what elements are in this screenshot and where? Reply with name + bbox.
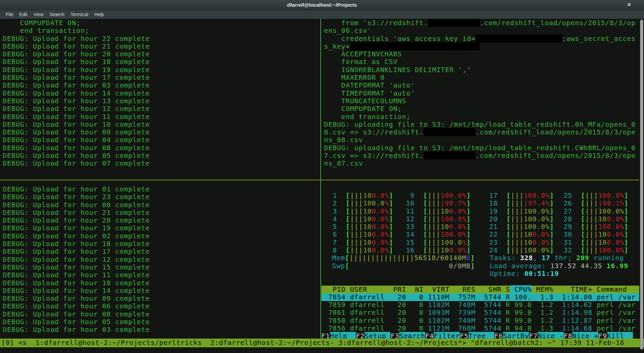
log-line: DEBUG: Upload for hour 04 complete [3,136,318,144]
process-row[interactable]: 7861 dfarrell 20 0 1093M 739M 5744 R 99.… [321,309,639,316]
log-line: DEBUG: Upload for hour 03 complete [3,81,318,89]
log-line: DEBUG: Upload for hour 03 complete [3,326,318,334]
log-line: DEBUG: Upload for hour 17 complete [3,248,318,255]
log-line: DEBUG: uploading file to S3: /mnt/tmp/lo… [324,121,639,128]
log-line: end transaction; [3,27,318,35]
cpu-meter-core-6: 6 [|||100.0%] [328,231,393,238]
menu-item-terminal[interactable]: Terminal [67,11,91,18]
log-line: DEBUG: Upload for hour 22 complete [3,35,318,43]
log-line: DEBUG: Upload for hour 15 complete [3,263,318,271]
log-line: DEBUG: uploading file to S3: /mnt/tmp/lo… [324,144,639,152]
process-row[interactable]: 7858 dfarrell 20 0 1102M 749M 5744 R 99.… [321,317,639,325]
column-header-pid[interactable]: PID [324,285,346,293]
cpu-meter-core-10: 10 [||||98.7%] [406,199,471,207]
window-title: dfarrell@localhost:~/Projects [0,2,644,8]
log-line: DEBUG: Upload for hour 09 complete [3,295,318,302]
cpu-meter-core-2: 2 [|||100.0%] [328,199,393,207]
log-line: ns_08.csv [324,136,639,144]
cpu-meter-core-3: 3 [|||100.0%] [328,208,393,215]
column-header-cpu[interactable]: CPU% [510,285,532,293]
column-header-cmd[interactable]: Command [592,285,627,293]
column-header-virt[interactable]: VIRT [424,285,449,293]
cpu-meter-core-5: 5 [|||100.0%] [328,223,393,231]
log-line: DEBUG: Upload for hour 20 complete [3,50,318,58]
cpu-meter-core-25: 25 [|||100.0%] [564,192,629,199]
load-average: Load average: 137.52 44.35 16.99 [490,262,628,270]
tasks-summary: Tasks: 328, 17 thr; 209 running [490,254,624,262]
log-line: IGNOREBLANKLINES DELIMITER ',' [324,66,639,74]
process-row[interactable]: 7856 dfarrell 20 0 1121M 768M 5744 R 94.… [321,325,639,332]
redacted-text [476,35,562,43]
tmux-vertical-border [320,19,321,339]
column-header-time[interactable]: TIME+ [553,285,592,293]
scrollbar-thumb[interactable] [640,19,643,350]
log-line: format as CSV [324,58,639,66]
log-line: 7.csv => s3://redshift. .com/redshift_lo… [324,152,639,160]
cpu-meter-core-24: 24 [|||100.0%] [489,246,554,254]
cpu-meter-column-3: 17 [|||100.0%]18 [||||97.4%]19 [|||100.0… [489,192,554,254]
redacted-text [350,42,480,50]
cpu-meter-core-20: 20 [|||100.0%] [489,215,554,223]
titlebar: dfarrell@localhost:~/Projects ✕ [0,0,644,10]
log-line: DEBUG: Upload for hour 19 complete [3,224,318,232]
menu-item-file[interactable]: File [3,11,16,18]
cpu-meter-core-31: 31 [|||100.0%] [564,239,629,246]
cpu-meter-core-28: 28 [|||100.0%] [564,215,629,223]
log-line: s_key= [324,43,639,50]
log-line: DEBUG: Upload for hour 06 complete [3,302,318,310]
log-line: ns_07.csv [324,160,639,167]
process-row[interactable]: 7859 dfarrell 20 0 1102M 748M 5744 R 99.… [321,301,639,309]
log-line: DEBUG: Upload for hour 09 complete [3,128,318,136]
cpu-meter-core-4: 4 [|||100.0%] [328,215,393,223]
pane-top-left: COMPUPDATE ON; end transaction;DEBUG: Up… [3,19,318,168]
scrollbar[interactable] [639,19,644,353]
column-header-ni[interactable]: NI [406,285,424,293]
log-line: TRUNCATECOLUMNS [324,97,639,105]
pane-top-right: from 's3://redshift. .com/redshift_load/… [324,19,639,168]
log-line: DEBUG: Upload for hour 10 complete [3,121,318,128]
column-header-shr[interactable]: SHR [476,285,501,293]
log-line: DEBUG: Upload for hour 23 complete [3,193,318,201]
close-icon[interactable]: ✕ [627,2,631,8]
log-line: DEBUG: Upload for hour 07 complete [3,160,318,167]
redacted-text [428,19,480,27]
log-line: DEBUG: Upload for hour 11 complete [3,271,318,279]
cpu-meter-core-21: 21 [|||100.0%] [489,223,554,231]
cpu-meter-core-8: 8 [|||100.0%] [328,246,393,254]
log-line: credentials 'aws_access_key_id= ;aws_sec… [324,35,639,43]
terminal-window: dfarrell@localhost:~/Projects ✕ FileEdit… [0,0,644,353]
memory-meter: Mem[|||||||||||||||56518/60140MB] [332,254,475,262]
column-header-pri[interactable]: PRI [389,285,407,293]
menu-item-search[interactable]: Search [47,11,67,18]
log-line: end transaction; [324,113,639,121]
log-line: DEBUG: Upload for hour 01 complete [3,185,318,193]
cpu-meter-core-12: 12 [|||100.0%] [406,215,471,223]
log-line: DEBUG: Upload for hour 08 complete [3,144,318,152]
menubar: FileEditViewSearchTerminalHelp [0,10,644,19]
column-header-res[interactable]: RES [449,285,475,293]
process-table-header[interactable]: PID USER PRI NI VIRT RES SHR S CPU% MEM%… [321,286,639,293]
process-row-selected[interactable]: 7854 dfarrell 20 0 1110M 757M 5744 R 100… [321,293,639,301]
menu-item-help[interactable]: Help [91,11,107,18]
log-line: DEBUG: Upload for hour 05 complete [3,318,318,326]
column-header-mem[interactable]: MEM% [532,285,553,293]
log-line: ens_06.csv' [324,27,639,35]
log-line: 8.csv => s3://redshift. .com/redshift_lo… [324,128,639,136]
menu-item-edit[interactable]: Edit [16,11,31,18]
column-header-s[interactable]: S [501,285,510,293]
cpu-meter-core-1: 1 [|||100.0%] [328,192,393,199]
log-line: COMPUPDATE ON; [324,105,639,113]
log-line: DEBUG: Upload for hour 13 complete [3,97,318,105]
column-header-user[interactable]: USER [346,285,389,293]
cpu-meter-core-11: 11 [|||100.0%] [406,208,471,215]
swap-meter: Swp[ 0/0MB] [332,262,475,270]
log-line: DATEFORMAT 'auto' [324,81,639,89]
log-line: MAXERROR 0 [324,74,639,81]
log-line: DEBUG: Upload for hour 21 complete [3,43,318,50]
log-line: DEBUG: Upload for hour 05 complete [3,152,318,160]
cpu-meter-core-15: 15 [|||100.0%] [406,239,471,246]
log-line: DEBUG: Upload for hour 12 complete [3,105,318,113]
cpu-meter-core-19: 19 [|||100.0%] [489,208,554,215]
menu-item-view[interactable]: View [31,11,47,18]
process-table-rows: 7854 dfarrell 20 0 1110M 757M 5744 R 100… [321,293,639,332]
